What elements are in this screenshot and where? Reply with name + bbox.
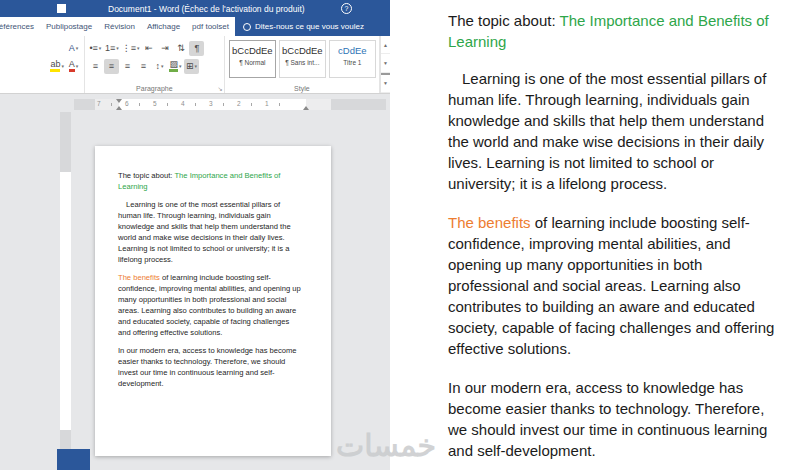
- style-no-spacing[interactable]: bCcDdEe ¶ Sans int...: [279, 40, 326, 78]
- font-color-icon[interactable]: A▾: [66, 59, 81, 74]
- mini-heading: The topic about: The Importance and Bene…: [118, 170, 303, 192]
- multilevel-list-icon[interactable]: ⋮≡▾: [121, 41, 141, 56]
- ruler-tick: [251, 103, 252, 106]
- tab-affichage[interactable]: Affichage: [141, 17, 186, 36]
- mini-paragraph-3: In our modern era, access to knowledge h…: [118, 345, 303, 389]
- first-line-indent-marker[interactable]: [116, 99, 122, 103]
- ribbon: A▾ ab▾ A▾ •≡▾ 1≡▾ ⋮≡▾ ⇤ ⇥ ⇅ ¶ ≡: [0, 36, 390, 94]
- ruler-tick: [167, 103, 168, 106]
- align-justify-icon[interactable]: ≡: [136, 59, 151, 74]
- window-title: Document1 - Word (Échec de l'activation …: [108, 4, 305, 14]
- tab-revision[interactable]: Révision: [98, 17, 141, 36]
- bullets-icon[interactable]: •≡▾: [88, 41, 103, 56]
- document-preview: The topic about: The Importance and Bene…: [390, 0, 800, 470]
- gallery-down-icon[interactable]: ▼: [381, 54, 390, 72]
- ruler-tick: [279, 103, 280, 106]
- paragraph-dialog-launcher-icon[interactable]: ↘: [218, 86, 223, 92]
- word-window: Document1 - Word (Échec de l'activation …: [0, 0, 390, 470]
- preview-heading: The topic about: The Importance and Bene…: [448, 10, 780, 52]
- ribbon-tab-row: Références Publipostage Révision Afficha…: [0, 17, 390, 36]
- help-icon[interactable]: ?: [341, 3, 352, 14]
- align-right-icon[interactable]: ≡: [120, 59, 135, 74]
- preview-paragraph-2: The benefits of learning include boostin…: [448, 212, 780, 359]
- ruler-number: 3: [209, 100, 213, 107]
- tab-references[interactable]: Références: [0, 17, 40, 36]
- align-center-icon[interactable]: ≡: [104, 59, 119, 74]
- highlight-color-icon[interactable]: ab▾: [49, 59, 65, 74]
- style-heading1[interactable]: cDdEe Titre 1: [329, 40, 376, 78]
- lightbulb-icon: [243, 23, 251, 31]
- paragraph-group-label: Paragraphe: [85, 85, 224, 92]
- ruler-number: 6: [125, 100, 129, 107]
- ruler-number: 7: [97, 100, 101, 107]
- tab-publipostage[interactable]: Publipostage: [40, 17, 98, 36]
- gallery-more-icon[interactable]: ▼: [381, 73, 390, 93]
- style-group-label: Style: [225, 85, 379, 92]
- shading-icon[interactable]: ▨▾: [168, 59, 183, 74]
- ruler-number: 4: [181, 100, 185, 107]
- horizontal-ruler: 7 6 5 4 3 2 1: [74, 99, 386, 110]
- ruler-tick: [139, 103, 140, 106]
- tab-pdf-toolset[interactable]: pdf toolset: [186, 17, 235, 36]
- preview-paragraph-1: Learning is one of the most essential pi…: [448, 68, 780, 194]
- save-icon[interactable]: [57, 4, 66, 13]
- numbering-icon[interactable]: 1≡▾: [104, 41, 120, 56]
- paragraph-group: •≡▾ 1≡▾ ⋮≡▾ ⇤ ⇥ ⇅ ¶ ≡ ≡ ≡ ≡ ↕▾ ▨▾ ⊞▾: [85, 36, 225, 93]
- title-bar: Document1 - Word (Échec de l'activation …: [0, 0, 390, 17]
- vertical-ruler-band: [60, 172, 71, 430]
- bottom-blue-tile: [57, 449, 90, 470]
- ruler-number: 1: [265, 100, 269, 107]
- left-indent-marker[interactable]: [116, 106, 122, 110]
- screenshot-stage: Document1 - Word (Échec de l'activation …: [0, 0, 800, 470]
- style-gallery-scrollbar: ▲ ▼ ▼: [380, 36, 390, 93]
- sort-icon[interactable]: ⇅: [173, 41, 188, 56]
- ruler-tick: [223, 103, 224, 106]
- increase-indent-icon[interactable]: ⇥: [157, 41, 172, 56]
- mini-paragraph-2: The benefits of learning include boostin…: [118, 272, 303, 338]
- document-page[interactable]: The topic about: The Importance and Bene…: [95, 146, 331, 456]
- text-effects-icon[interactable]: A▾: [66, 41, 81, 56]
- preview-paragraph-3: In our modern era, access to knowledge h…: [448, 377, 780, 461]
- ruler-number: 5: [153, 100, 157, 107]
- tell-me-box[interactable]: Dites-nous ce que vous voulez: [235, 17, 390, 36]
- ruler-tick: [111, 103, 112, 106]
- gallery-up-icon[interactable]: ▲: [381, 36, 390, 54]
- align-left-icon[interactable]: ≡: [88, 59, 103, 74]
- tell-me-label: Dites-nous ce que vous voulez: [255, 22, 364, 31]
- style-normal[interactable]: bCcDdEe ¶ Normal: [229, 40, 276, 78]
- ruler-number: 2: [237, 100, 241, 107]
- font-group-fragment: A▾ ab▾ A▾: [0, 36, 85, 93]
- ruler-tick: [195, 103, 196, 106]
- show-marks-icon[interactable]: ¶: [189, 41, 204, 56]
- borders-icon[interactable]: ⊞▾: [184, 59, 199, 74]
- mini-paragraph-1: Learning is one of the most essential pi…: [118, 199, 303, 265]
- style-group: bCcDdEe ¶ Normal bCcDdEe ¶ Sans int... c…: [225, 36, 380, 93]
- vertical-ruler: [60, 112, 71, 470]
- line-spacing-icon[interactable]: ↕▾: [152, 59, 167, 74]
- right-indent-marker[interactable]: [303, 106, 309, 110]
- decrease-indent-icon[interactable]: ⇤: [141, 41, 156, 56]
